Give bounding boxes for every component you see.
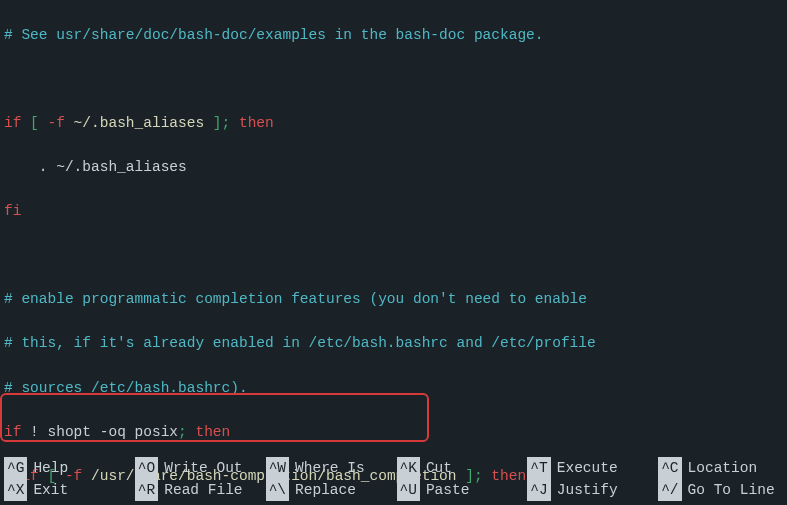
code-line: fi [4,200,783,222]
code-line: # enable programmatic completion feature… [4,288,783,310]
shortcut-key: ^J [527,479,550,501]
shortcut-label: Execute [557,457,618,479]
shortcut-key: ^R [135,479,158,501]
shortcut-key: ^X [4,479,27,501]
editor-content[interactable]: # See usr/share/doc/bash-doc/examples in… [0,0,787,505]
shortcut-key: ^/ [658,479,681,501]
code-line: if [ -f ~/.bash_aliases ]; then [4,112,783,134]
code-line: # this, if it's already enabled in /etc/… [4,332,783,354]
code-line: . ~/.bash_aliases [4,156,783,178]
shortcut-label: Where Is [295,457,365,479]
shortcut-label: Go To Line [688,479,775,501]
shortcut-execute[interactable]: ^TExecute [527,457,652,479]
shortcut-label: Exit [33,479,68,501]
shortcut-key: ^U [397,479,420,501]
shortcut-key: ^C [658,457,681,479]
shortcut-label: Replace [295,479,356,501]
shortcut-key: ^G [4,457,27,479]
shortcut-key: ^O [135,457,158,479]
shortcut-label: Justify [557,479,618,501]
shortcut-label: Help [33,457,68,479]
shortcut-where-is[interactable]: ^WWhere Is [266,457,391,479]
shortcut-paste[interactable]: ^UPaste [397,479,522,501]
code-line: if ! shopt -oq posix; then [4,421,783,443]
shortcut-go-to-line[interactable]: ^/Go To Line [658,479,783,501]
shortcut-label: Cut [426,457,452,479]
shortcut-label: Read File [164,479,242,501]
shortcut-key: ^W [266,457,289,479]
shortcut-cut[interactable]: ^KCut [397,457,522,479]
shortcut-label: Paste [426,479,470,501]
shortcut-location[interactable]: ^CLocation [658,457,783,479]
nano-shortcut-bar: ^GHelp ^OWrite Out ^WWhere Is ^KCut ^TEx… [4,457,783,501]
shortcut-write-out[interactable]: ^OWrite Out [135,457,260,479]
code-line: # sources /etc/bash.bashrc). [4,377,783,399]
shortcut-replace[interactable]: ^\Replace [266,479,391,501]
code-line [4,68,783,90]
shortcut-key: ^\ [266,479,289,501]
code-line: # See usr/share/doc/bash-doc/examples in… [4,24,783,46]
shortcut-help[interactable]: ^GHelp [4,457,129,479]
shortcut-read-file[interactable]: ^RRead File [135,479,260,501]
comment: # See usr/share/doc/bash-doc/examples in… [4,27,544,43]
shortcut-key: ^K [397,457,420,479]
shortcut-justify[interactable]: ^JJustify [527,479,652,501]
shortcut-label: Location [688,457,758,479]
shortcut-exit[interactable]: ^XExit [4,479,129,501]
shortcut-label: Write Out [164,457,242,479]
code-line [4,244,783,266]
shortcut-key: ^T [527,457,550,479]
